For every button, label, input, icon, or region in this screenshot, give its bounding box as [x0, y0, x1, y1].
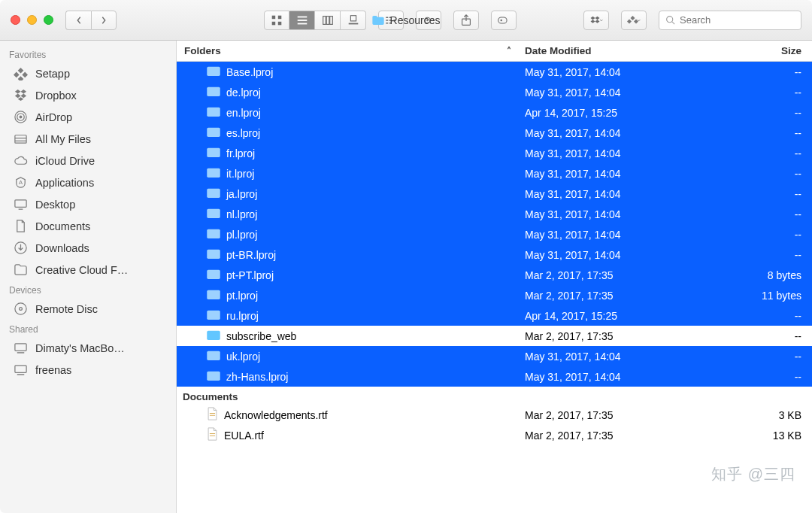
- dropbox-toolbar-button[interactable]: [583, 11, 609, 30]
- downloads-icon: [14, 241, 28, 255]
- view-icon-button[interactable]: [264, 11, 289, 30]
- file-size: --: [729, 127, 812, 139]
- folder-icon: [207, 309, 220, 322]
- sidebar-item-icloud-drive[interactable]: iCloud Drive: [0, 150, 176, 172]
- folder-icon: [207, 187, 220, 200]
- icloud-icon: [14, 153, 28, 168]
- setapp-toolbar-button[interactable]: [621, 11, 647, 30]
- sidebar-item-label: Desktop: [35, 199, 75, 211]
- close-window-button[interactable]: [11, 15, 20, 25]
- coverflow-icon: [347, 14, 360, 27]
- file-row[interactable]: Acknowledgements.rtfMar 2, 2017, 17:353 …: [177, 405, 812, 425]
- tags-button[interactable]: [491, 11, 517, 30]
- file-name: EULA.rtf: [224, 430, 264, 442]
- file-row[interactable]: ru.lprojApr 14, 2017, 15:25--: [177, 305, 812, 326]
- file-row[interactable]: pt-BR.lprojMay 31, 2017, 14:04--: [177, 244, 812, 265]
- sidebar-item-all-my-files[interactable]: All My Files: [0, 128, 176, 150]
- file-name: nl.lproj: [226, 208, 257, 220]
- column-header-name[interactable]: Folders ˄: [177, 45, 519, 56]
- column-header-size[interactable]: Size: [729, 45, 812, 56]
- file-row[interactable]: en.lprojApr 14, 2017, 15:25--: [177, 102, 812, 123]
- file-row[interactable]: it.lprojMay 31, 2017, 14:04--: [177, 163, 812, 184]
- sidebar-item-airdrop[interactable]: AirDrop: [0, 106, 176, 128]
- allfiles-icon: [14, 132, 28, 146]
- svg-rect-56: [207, 372, 220, 381]
- share-button[interactable]: [453, 11, 479, 30]
- svg-rect-38: [17, 352, 25, 353]
- file-row[interactable]: ja.lprojMay 31, 2017, 14:04--: [177, 184, 812, 204]
- file-size: 11 bytes: [729, 290, 812, 302]
- file-name-cell: en.lproj: [177, 106, 519, 119]
- file-row[interactable]: fr.lprojMay 31, 2017, 14:04--: [177, 143, 812, 163]
- view-columns-button[interactable]: [315, 11, 341, 30]
- file-name: pl.lproj: [226, 229, 257, 241]
- svg-rect-28: [15, 135, 26, 143]
- file-row[interactable]: pt-PT.lprojMar 2, 2017, 17:358 bytes: [177, 265, 812, 285]
- list-icon: [295, 14, 309, 27]
- sort-ascending-icon: ˄: [507, 46, 511, 56]
- folder-icon: [14, 263, 28, 277]
- svg-text:A: A: [19, 179, 23, 186]
- window-title: Resources: [372, 14, 441, 26]
- file-row[interactable]: EULA.rtfMar 2, 2017, 17:3513 KB: [177, 425, 812, 445]
- sidebar-item-creative-cloud-f-[interactable]: Creative Cloud F…: [0, 259, 176, 281]
- sidebar-item-documents[interactable]: Documents: [0, 215, 176, 237]
- forward-button[interactable]: [91, 11, 117, 30]
- minimize-window-button[interactable]: [27, 15, 37, 25]
- sidebar-item-applications[interactable]: AApplications: [0, 172, 176, 193]
- view-coverflow-button[interactable]: [341, 11, 366, 30]
- sidebar-item-dropbox[interactable]: Dropbox: [0, 84, 176, 106]
- file-row[interactable]: zh-Hans.lprojMay 31, 2017, 14:04--: [177, 366, 812, 387]
- svg-rect-37: [15, 344, 26, 351]
- back-button[interactable]: [65, 11, 91, 30]
- finder-window: Resources: [0, 0, 812, 513]
- file-row[interactable]: pt.lprojMar 2, 2017, 17:3511 bytes: [177, 285, 812, 305]
- file-name-cell: pt-BR.lproj: [177, 248, 519, 261]
- sidebar-item-setapp[interactable]: Setapp: [0, 62, 176, 84]
- search-input[interactable]: [680, 14, 795, 26]
- folder-icon: [372, 15, 385, 26]
- sidebar-item-dimaty-s-macbo-[interactable]: Dimaty's MacBo…: [0, 337, 176, 359]
- titlebar: Resources: [0, 0, 812, 41]
- sidebar-item-freenas[interactable]: freenas: [0, 359, 176, 381]
- zoom-window-button[interactable]: [44, 15, 53, 25]
- svg-point-23: [667, 17, 673, 23]
- sidebar-section-label: Favorites: [0, 45, 176, 62]
- sidebar-item-remote-disc[interactable]: Remote Disc: [0, 298, 176, 320]
- search-field[interactable]: [659, 11, 801, 30]
- file-row[interactable]: subscribe_webMar 2, 2017, 17:35--: [177, 326, 812, 346]
- column-header-date[interactable]: Date Modified: [519, 45, 729, 56]
- sidebar-item-label: AirDrop: [35, 111, 72, 123]
- svg-rect-39: [15, 366, 26, 373]
- file-row[interactable]: nl.lprojMay 31, 2017, 14:04--: [177, 204, 812, 224]
- folder-icon: [207, 147, 220, 159]
- svg-rect-58: [210, 415, 215, 416]
- sidebar-item-desktop[interactable]: Desktop: [0, 193, 176, 215]
- file-size: 3 KB: [729, 409, 812, 421]
- view-list-button[interactable]: [289, 11, 315, 30]
- nav-buttons: [65, 11, 117, 30]
- svg-point-35: [15, 303, 26, 314]
- file-row[interactable]: uk.lprojMay 31, 2017, 14:04--: [177, 346, 812, 366]
- file-row[interactable]: es.lprojMay 31, 2017, 14:04--: [177, 123, 812, 143]
- folder-icon: [207, 167, 220, 180]
- file-rows: Base.lprojMay 31, 2017, 14:04--de.lprojM…: [177, 62, 812, 513]
- file-size: 8 bytes: [729, 269, 812, 281]
- file-row[interactable]: pl.lprojMay 31, 2017, 14:04--: [177, 224, 812, 244]
- svg-rect-10: [350, 15, 356, 20]
- file-row[interactable]: de.lprojMay 31, 2017, 14:04--: [177, 82, 812, 102]
- file-size: --: [729, 188, 812, 200]
- file-date: May 31, 2017, 14:04: [519, 127, 729, 139]
- folder-icon: [207, 106, 220, 119]
- svg-rect-9: [329, 16, 332, 24]
- svg-rect-2: [272, 21, 276, 25]
- computer-icon: [14, 363, 28, 377]
- document-icon: [207, 407, 218, 423]
- svg-rect-46: [207, 168, 220, 178]
- tag-icon: [497, 14, 511, 27]
- file-row[interactable]: Base.lprojMay 31, 2017, 14:04--: [177, 62, 812, 82]
- grid-icon: [270, 14, 283, 27]
- svg-rect-47: [207, 189, 220, 198]
- sidebar-item-downloads[interactable]: Downloads: [0, 237, 176, 259]
- file-name-cell: de.lproj: [177, 86, 519, 99]
